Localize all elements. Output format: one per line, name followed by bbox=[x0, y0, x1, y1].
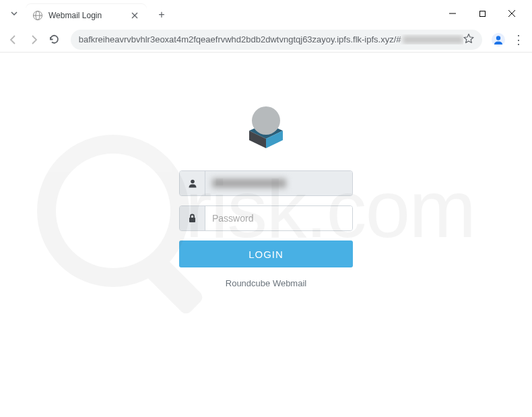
svg-rect-12 bbox=[189, 218, 195, 222]
svg-point-11 bbox=[191, 180, 195, 184]
forward-button[interactable] bbox=[26, 30, 42, 49]
username-input[interactable] bbox=[205, 171, 352, 195]
password-input[interactable] bbox=[205, 206, 352, 230]
browser-toolbar: bafkreiheavrvbvhlr3eoxat4m2fqeaefrvwhd2b… bbox=[0, 27, 532, 53]
password-group bbox=[179, 205, 353, 231]
svg-point-6 bbox=[496, 36, 500, 40]
address-bar[interactable]: bafkreiheavrvbvhlr3eoxat4m2fqeaefrvwhd2b… bbox=[71, 30, 482, 50]
close-window-button[interactable] bbox=[497, 3, 527, 24]
browser-tab[interactable]: Webmail Login bbox=[26, 4, 147, 27]
new-tab-button[interactable]: + bbox=[152, 5, 171, 24]
username-redacted bbox=[212, 179, 286, 188]
tabs-dropdown[interactable] bbox=[3, 2, 26, 25]
close-icon[interactable] bbox=[129, 10, 140, 21]
globe-icon bbox=[32, 10, 43, 21]
window-controls bbox=[438, 3, 532, 24]
login-form: LOGIN Roundcube Webmail bbox=[179, 170, 353, 288]
lock-icon bbox=[180, 206, 205, 230]
footer-text: Roundcube Webmail bbox=[179, 278, 353, 288]
username-group bbox=[179, 170, 353, 196]
page-content: LOGIN Roundcube Webmail bbox=[0, 53, 532, 417]
url-text: bafkreiheavrvbvhlr3eoxat4m2fqeaefrvwhd2b… bbox=[79, 34, 401, 44]
url-redacted bbox=[403, 36, 463, 44]
maximize-button[interactable] bbox=[467, 3, 497, 24]
kebab-menu-icon[interactable]: ⋮ bbox=[510, 30, 527, 49]
login-button[interactable]: LOGIN bbox=[179, 240, 353, 267]
svg-rect-4 bbox=[479, 11, 485, 16]
user-icon bbox=[180, 171, 205, 195]
roundcube-logo bbox=[236, 98, 296, 149]
svg-point-10 bbox=[252, 106, 280, 135]
back-button[interactable] bbox=[5, 30, 22, 49]
reload-button[interactable] bbox=[46, 30, 62, 49]
browser-titlebar: Webmail Login + bbox=[0, 0, 532, 27]
minimize-button[interactable] bbox=[438, 3, 467, 24]
tab-title: Webmail Login bbox=[48, 11, 129, 20]
bookmark-star-icon[interactable] bbox=[463, 33, 474, 46]
profile-button[interactable] bbox=[490, 30, 506, 49]
